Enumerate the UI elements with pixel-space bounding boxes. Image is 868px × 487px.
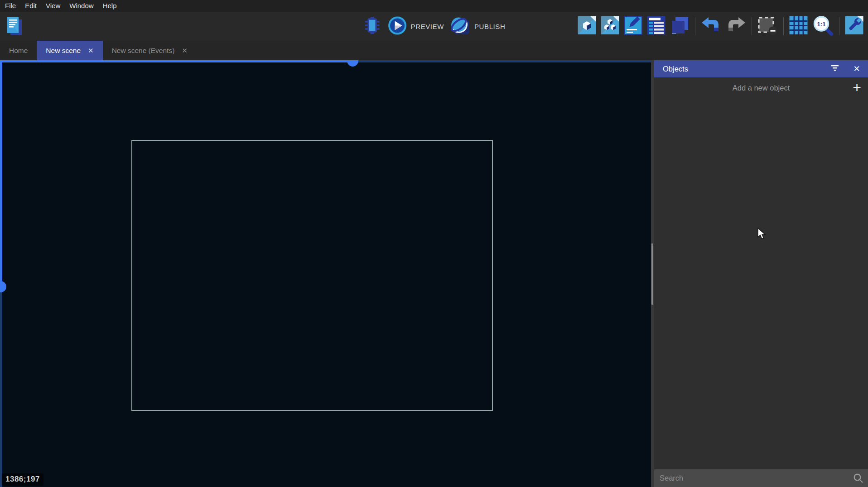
toggle-grid-button[interactable]	[789, 16, 808, 37]
tab-new-scene[interactable]: New scene ✕	[37, 41, 102, 60]
zoom-1-1-button[interactable]: 1:1	[812, 15, 834, 38]
preview-label: PREVIEW	[411, 23, 444, 30]
project-settings-button[interactable]	[845, 16, 863, 37]
zoom-1-1-icon: 1:1	[812, 15, 834, 38]
horizontal-scrollbar-thumb[interactable]	[347, 60, 358, 67]
gdevelop-window: File Edit View Window Help	[0, 0, 868, 487]
add-new-object-button[interactable]: Add a new object +	[654, 77, 868, 98]
tab-new-scene-events[interactable]: New scene (Events) ✕	[103, 41, 197, 60]
toolbar-separator	[783, 17, 784, 35]
objects-panel-header: Objects ✕	[654, 60, 868, 77]
preview-button[interactable]: PREVIEW	[388, 16, 444, 37]
open-layers-editor-button[interactable]	[670, 16, 690, 37]
menu-window[interactable]: Window	[65, 0, 98, 12]
game-resolution-frame	[131, 140, 493, 411]
scene-editor-canvas[interactable]: 1386;197	[0, 60, 651, 487]
tab-close-icon[interactable]: ✕	[88, 47, 94, 54]
tab-close-icon[interactable]: ✕	[182, 47, 188, 54]
plus-icon: +	[853, 80, 861, 95]
toolbar: PREVIEW PUBLISH	[0, 12, 868, 41]
menu-edit[interactable]: Edit	[20, 0, 41, 12]
undo-icon	[701, 16, 721, 36]
toolbar-separator	[839, 17, 839, 35]
tab-new-scene-label: New scene	[46, 47, 81, 55]
open-object-groups-button[interactable]	[601, 16, 619, 37]
filter-icon	[831, 65, 839, 73]
redo-icon	[726, 16, 746, 36]
preview-play-icon	[388, 16, 407, 37]
vertical-scrollbar-thumb[interactable]	[0, 281, 6, 292]
deselect-instances-button[interactable]	[757, 15, 778, 37]
project-manager-button[interactable]	[6, 16, 23, 38]
tab-bar: Home New scene ✕ New scene (Events) ✕	[0, 41, 868, 60]
resize-grip	[651, 244, 653, 305]
project-manager-icon	[6, 16, 23, 38]
open-properties-button[interactable]	[624, 16, 642, 37]
grid-icon	[789, 16, 808, 37]
open-objects-editor-button[interactable]	[578, 16, 596, 37]
toolbar-separator	[695, 17, 695, 35]
publish-label: PUBLISH	[474, 23, 505, 30]
toolbar-separator	[752, 17, 752, 35]
cursor-coordinates-badge: 1386;197	[2, 473, 43, 486]
panel-resize-handle[interactable]	[651, 60, 654, 487]
objects-search-input[interactable]	[654, 469, 868, 487]
objects-panel-title: Objects	[663, 65, 828, 73]
add-new-object-label: Add a new object	[733, 84, 790, 92]
redo-button[interactable]	[726, 16, 746, 36]
objects-list-empty-area	[654, 98, 868, 469]
objects-panel: Objects ✕ Add a new object +	[654, 60, 868, 487]
filter-objects-button[interactable]	[828, 62, 842, 76]
content-area: 1386;197 Objects ✕	[0, 60, 868, 487]
debugger-bug-icon	[363, 15, 382, 37]
object-groups-icon	[601, 16, 619, 37]
debugger-button[interactable]	[363, 15, 382, 37]
publish-globe-icon	[450, 15, 470, 37]
layers-icon	[670, 16, 690, 37]
deselect-instances-icon	[757, 15, 778, 37]
tab-home-label: Home	[9, 47, 28, 55]
menu-file[interactable]: File	[0, 0, 20, 12]
publish-button[interactable]: PUBLISH	[450, 15, 505, 37]
search-bar	[654, 469, 868, 487]
canvas-horizontal-scrollbar[interactable]	[0, 60, 651, 62]
project-settings-wrench-icon	[845, 16, 863, 37]
open-instances-list-button[interactable]	[647, 16, 665, 37]
menu-view[interactable]: View	[41, 0, 65, 12]
properties-pencil-icon	[624, 16, 642, 37]
menu-help[interactable]: Help	[98, 0, 121, 12]
objects-editor-icon	[578, 16, 596, 37]
close-panel-button[interactable]: ✕	[850, 62, 863, 76]
menu-bar: File Edit View Window Help	[0, 0, 868, 12]
instances-list-icon	[647, 16, 665, 37]
search-icon	[853, 473, 863, 485]
svg-text:1:1: 1:1	[817, 20, 826, 27]
tab-new-scene-events-label: New scene (Events)	[112, 47, 175, 55]
undo-button[interactable]	[701, 16, 721, 36]
canvas-vertical-scrollbar[interactable]	[0, 60, 2, 487]
tab-home[interactable]: Home	[0, 41, 37, 60]
